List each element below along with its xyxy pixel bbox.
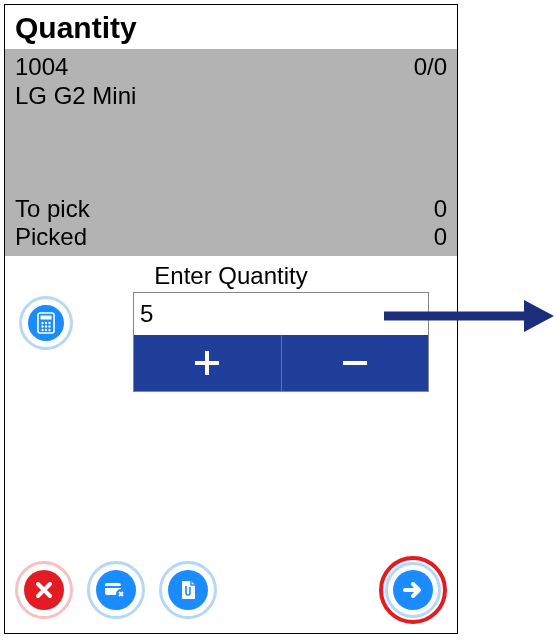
footer-toolbar	[5, 555, 457, 633]
calculator-button[interactable]	[19, 296, 73, 350]
svg-point-6	[45, 325, 47, 327]
to-pick-value: 0	[434, 195, 447, 224]
document-clip-icon	[168, 570, 208, 610]
svg-point-4	[48, 322, 50, 324]
decrement-button[interactable]	[281, 335, 429, 391]
to-pick-label: To pick	[15, 195, 90, 224]
svg-rect-1	[41, 316, 52, 320]
entry-area: Enter Quantity	[5, 256, 457, 555]
svg-point-2	[41, 322, 43, 324]
item-name: LG G2 Mini	[15, 82, 447, 111]
calculator-icon	[28, 305, 64, 341]
proceed-button[interactable]	[379, 556, 447, 624]
picked-value: 0	[434, 223, 447, 252]
arrow-right-icon	[393, 570, 433, 610]
proceed-outer-ring	[385, 562, 441, 618]
item-code: 1004	[15, 53, 68, 82]
svg-point-7	[48, 325, 50, 327]
to-pick-row: To pick 0	[15, 195, 447, 224]
svg-rect-13	[343, 361, 367, 365]
item-code-row: 1004 0/0	[15, 53, 447, 82]
picked-row: Picked 0	[15, 223, 447, 252]
svg-point-5	[41, 325, 43, 327]
page-title: Quantity	[5, 5, 457, 49]
discard-button[interactable]	[87, 561, 145, 619]
picked-label: Picked	[15, 223, 87, 252]
minus-icon	[337, 345, 373, 381]
item-counter: 0/0	[414, 53, 447, 82]
card-x-icon	[96, 570, 136, 610]
x-icon	[24, 570, 64, 610]
svg-rect-12	[195, 361, 219, 365]
item-info-block: 1004 0/0 LG G2 Mini To pick 0 Picked 0	[5, 49, 457, 256]
plus-icon	[189, 345, 225, 381]
svg-rect-15	[105, 586, 121, 588]
svg-point-9	[45, 329, 47, 331]
quantity-panel: Quantity 1004 0/0 LG G2 Mini To pick 0 P…	[4, 4, 458, 634]
attachment-button[interactable]	[159, 561, 217, 619]
cancel-button[interactable]	[15, 561, 73, 619]
svg-point-3	[45, 322, 47, 324]
enter-quantity-label: Enter Quantity	[5, 262, 457, 290]
stepper-row	[134, 335, 428, 391]
increment-button[interactable]	[134, 335, 281, 391]
svg-point-10	[48, 329, 50, 331]
info-spacer	[15, 111, 447, 195]
quantity-stepper	[133, 292, 429, 392]
svg-marker-18	[524, 300, 554, 332]
quantity-input[interactable]	[134, 293, 428, 335]
svg-point-8	[41, 329, 43, 331]
